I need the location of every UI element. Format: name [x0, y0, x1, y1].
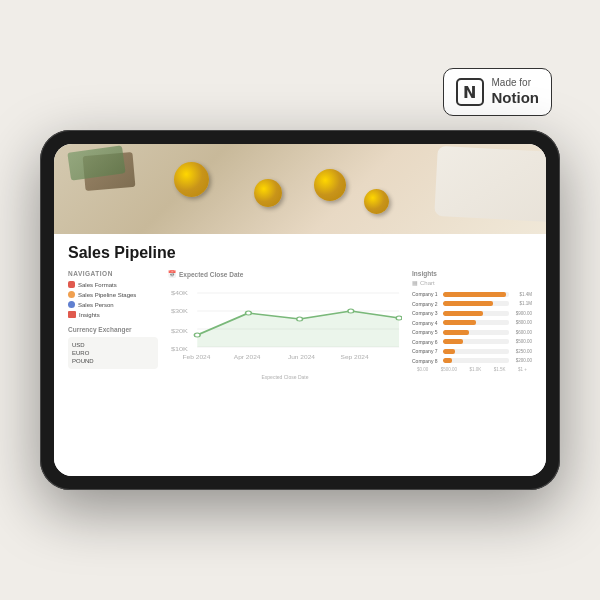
bar-track-6 [443, 349, 509, 354]
svg-text:$30K: $30K [171, 308, 189, 314]
bar-fill-1 [443, 301, 493, 306]
notion-logo-icon: 𝗡 [456, 78, 484, 106]
bar-chart-icon: ▦ [412, 279, 418, 286]
svg-text:$10K: $10K [171, 346, 189, 352]
bar-row-2: Company 3 $900.00 [412, 310, 532, 316]
currency-box: USD EURO POUND [68, 337, 158, 369]
bar-track-1 [443, 301, 509, 306]
notion-name-label: Notion [492, 89, 539, 107]
insights-x-axis: $0.00 $500.00 $1.0K $1.5K $1 + [412, 367, 532, 372]
bar-fill-0 [443, 292, 506, 297]
nav-item-pipeline-stages[interactable]: Sales Pipeline Stages [68, 291, 158, 298]
bar-track-0 [443, 292, 509, 297]
bar-label-0: Company 1 [412, 291, 440, 297]
bar-track-2 [443, 311, 509, 316]
bar-row-6: Company 7 $250.00 [412, 348, 532, 354]
bar-fill-7 [443, 358, 452, 363]
bitcoin-coin-3 [314, 169, 346, 201]
calendar-icon: 📅 [168, 270, 176, 278]
currency-pound[interactable]: POUND [72, 357, 154, 365]
nav-label-pipeline-stages: Sales Pipeline Stages [78, 292, 136, 298]
notion-badge: 𝗡 Made for Notion [443, 68, 552, 116]
hero-image [54, 144, 546, 234]
nav-item-sales-formats[interactable]: Sales Formats [68, 281, 158, 288]
svg-text:Jun 2024: Jun 2024 [288, 355, 315, 360]
currency-usd[interactable]: USD [72, 341, 154, 349]
bar-track-4 [443, 330, 509, 335]
insights-title: Insights [412, 270, 532, 277]
chart-icon [68, 311, 76, 318]
bar-track-7 [443, 358, 509, 363]
made-for-label: Made for [492, 77, 539, 89]
x-tick-4: $1 + [518, 367, 527, 372]
bar-fill-5 [443, 339, 463, 344]
x-tick-0: $0.00 [417, 367, 428, 372]
x-tick-1: $500.00 [441, 367, 457, 372]
tablet-frame: Sales Pipeline Navigation Sales Formats … [40, 130, 560, 490]
bar-fill-6 [443, 349, 455, 354]
bar-value-7: $200.00 [512, 358, 532, 363]
insights-subtitle: ▦ Chart [412, 279, 532, 286]
bar-fill-2 [443, 311, 483, 316]
x-tick-2: $1.0K [470, 367, 482, 372]
svg-text:Feb 2024: Feb 2024 [183, 355, 211, 360]
chart-x-label: Expected Close Date [168, 374, 402, 380]
navigation-title: Navigation [68, 270, 158, 277]
notion-badge-text: Made for Notion [492, 77, 539, 107]
bar-fill-4 [443, 330, 469, 335]
svg-text:$40K: $40K [171, 290, 189, 296]
nav-label-sales-person: Sales Person [78, 302, 114, 308]
bar-row-3: Company 4 $800.00 [412, 320, 532, 326]
svg-point-12 [348, 309, 354, 313]
bar-label-4: Company 5 [412, 329, 440, 335]
bar-label-6: Company 7 [412, 348, 440, 354]
svg-marker-8 [197, 311, 399, 347]
bitcoin-coin-1 [174, 162, 209, 197]
navigation-column: Navigation Sales Formats Sales Pipeline … [68, 270, 158, 464]
svg-point-10 [246, 311, 252, 315]
bar-label-2: Company 3 [412, 310, 440, 316]
tablet-screen: Sales Pipeline Navigation Sales Formats … [54, 144, 546, 476]
content-area: Sales Pipeline Navigation Sales Formats … [54, 234, 546, 476]
list-icon [68, 291, 75, 298]
x-tick-3: $1.5K [494, 367, 506, 372]
grid-icon [68, 281, 75, 288]
svg-text:Apr 2024: Apr 2024 [234, 355, 261, 360]
nav-label-insights: Insights [79, 312, 100, 318]
bar-track-3 [443, 320, 509, 325]
line-chart-svg: $40K $30K $20K $10K [168, 283, 402, 368]
currency-section: Currency Exchanger USD EURO POUND [68, 326, 158, 369]
currency-title: Currency Exchanger [68, 326, 158, 333]
card-decoration [434, 146, 546, 222]
bar-label-7: Company 8 [412, 358, 440, 364]
bar-value-2: $900.00 [512, 311, 532, 316]
svg-text:$20K: $20K [171, 328, 189, 334]
bar-row-4: Company 5 $600.00 [412, 329, 532, 335]
currency-euro[interactable]: EURO [72, 349, 154, 357]
bar-row-5: Company 6 $500.00 [412, 339, 532, 345]
bar-value-3: $800.00 [512, 320, 532, 325]
svg-point-13 [396, 316, 402, 320]
nav-item-insights[interactable]: Insights [68, 311, 158, 318]
bar-row-0: Company 1 $1.4M [412, 291, 532, 297]
nav-label-sales-formats: Sales Formats [78, 282, 117, 288]
page-title: Sales Pipeline [68, 244, 532, 262]
svg-text:Sep 2024: Sep 2024 [341, 355, 369, 360]
insights-column: Insights ▦ Chart Company 1 $1.4M [412, 270, 532, 464]
bitcoin-coin-4 [364, 189, 389, 214]
chart-area: $40K $30K $20K $10K [168, 283, 402, 383]
three-col-layout: Navigation Sales Formats Sales Pipeline … [68, 270, 532, 464]
bar-label-3: Company 4 [412, 320, 440, 326]
bar-value-0: $1.4M [512, 292, 532, 297]
svg-point-9 [194, 333, 200, 337]
bar-row-1: Company 2 $1.1M [412, 301, 532, 307]
svg-point-11 [297, 317, 303, 321]
nav-item-sales-person[interactable]: Sales Person [68, 301, 158, 308]
bar-row-7: Company 8 $200.00 [412, 358, 532, 364]
bar-value-6: $250.00 [512, 349, 532, 354]
bar-value-1: $1.1M [512, 301, 532, 306]
bitcoin-coin-2 [254, 179, 282, 207]
bar-label-5: Company 6 [412, 339, 440, 345]
chart-title: 📅 Expected Close Date [168, 270, 402, 278]
person-icon [68, 301, 75, 308]
